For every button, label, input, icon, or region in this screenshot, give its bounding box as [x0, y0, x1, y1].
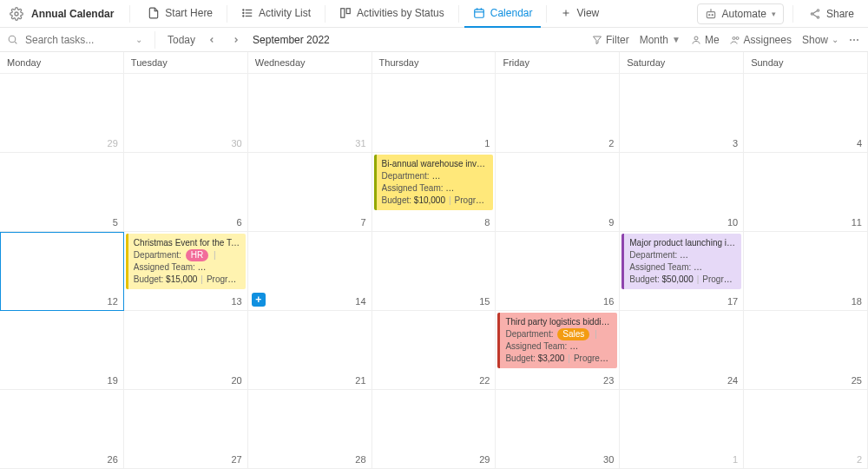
tab-start-here[interactable]: Start Here	[139, 0, 221, 28]
calendar-cell[interactable]: 28	[248, 390, 372, 469]
calendar-cell[interactable]: 1	[372, 74, 496, 153]
assignees-filter[interactable]: Assignees	[730, 34, 792, 46]
day-number: 31	[355, 138, 365, 149]
calendar-cell[interactable]: 4	[744, 74, 868, 153]
search-expand-icon[interactable]: ⌄	[135, 35, 142, 44]
view-mode-select[interactable]: Month ▼	[640, 34, 681, 46]
day-number: 30	[603, 454, 614, 465]
event-budget-label: Budget:	[505, 353, 535, 363]
tab-activities-by-status[interactable]: Activities by Status	[331, 0, 453, 28]
calendar-cell[interactable]: 20	[124, 311, 248, 390]
event-budget-label: Budget:	[134, 274, 163, 284]
app-settings-icon[interactable]	[7, 4, 26, 23]
calendar-cell[interactable]: 30	[124, 74, 248, 153]
calendar-cell[interactable]: 27	[124, 390, 248, 469]
tab-activity-list[interactable]: Activity List	[233, 0, 319, 28]
more-menu[interactable]: ⋯	[849, 34, 861, 46]
calendar-cell[interactable]: 26	[0, 390, 124, 469]
calendar-cell[interactable]: 22	[372, 311, 496, 390]
plus-icon	[561, 8, 571, 18]
calendar-cell[interactable]: 11	[744, 153, 868, 232]
event-title: Christmas Event for the Team Members	[134, 237, 240, 249]
calendar-cell[interactable]: Bi-annual warehouse inventory for spare …	[372, 153, 496, 232]
day-number: 14	[355, 296, 365, 307]
filter-button[interactable]: Filter	[592, 34, 629, 46]
today-button[interactable]: Today	[168, 34, 195, 46]
calendar-event[interactable]: Major product launching in New York City…	[621, 234, 741, 289]
next-month-button[interactable]	[228, 34, 244, 46]
event-team-label: Assigned Team:	[505, 341, 567, 351]
calendar-cell[interactable]: 7	[248, 153, 372, 232]
calendar-cell[interactable]: 29	[372, 390, 496, 469]
calendar-cell[interactable]: 5	[0, 153, 124, 232]
day-number: 16	[603, 296, 614, 307]
show-options[interactable]: Show ⌄	[802, 34, 838, 46]
calendar-cell[interactable]: 3	[620, 74, 744, 153]
calendar-cell[interactable]: 18	[744, 232, 868, 311]
event-budget-label: Budget:	[382, 195, 411, 205]
page-icon	[148, 7, 160, 19]
calendar-cell[interactable]: 25	[744, 311, 868, 390]
svg-point-17	[712, 14, 713, 15]
prev-month-button[interactable]	[204, 34, 220, 46]
me-filter[interactable]: Me	[691, 34, 720, 46]
day-header-row: MondayTuesdayWednesdayThursdayFridaySatu…	[0, 52, 868, 74]
share-button[interactable]: Share	[802, 4, 861, 23]
event-budget-label: Budget:	[629, 274, 659, 284]
tab-label: Calendar	[490, 7, 533, 19]
calendar-cell[interactable]: 29	[0, 74, 124, 153]
tab-view[interactable]: View	[552, 0, 608, 28]
event-progress-label: Progress:	[455, 195, 489, 205]
day-header-cell: Sunday	[744, 52, 868, 74]
add-event-button[interactable]: +	[252, 293, 266, 307]
calendar-cell[interactable]: Christmas Event for the Team MembersDepa…	[124, 232, 248, 311]
automate-button[interactable]: Automate ▾	[697, 3, 784, 24]
day-header-cell: Tuesday	[124, 52, 248, 74]
calendar-event[interactable]: Bi-annual warehouse inventory for spare …	[374, 155, 494, 210]
team-chip: Team Alpha	[695, 261, 736, 274]
calendar-cell[interactable]: Major product launching in New York City…	[620, 232, 744, 311]
event-budget: $15,000	[166, 274, 197, 284]
search-input[interactable]	[23, 33, 110, 47]
calendar-cell[interactable]: 2	[744, 390, 868, 469]
calendar-cell[interactable]: 6	[124, 153, 248, 232]
robot-icon	[705, 8, 717, 20]
chevron-down-icon: ▾	[772, 10, 776, 18]
calendar-event[interactable]: Christmas Event for the Team MembersDepa…	[126, 234, 246, 289]
calendar-cell[interactable]: +14	[248, 232, 372, 311]
calendar-cell[interactable]: Third party logistics bidding activityDe…	[496, 311, 620, 390]
day-number: 5	[113, 217, 118, 228]
calendar-cell[interactable]: 24	[620, 311, 744, 390]
tab-label: View	[576, 7, 599, 19]
calendar-cell[interactable]: 12	[0, 232, 124, 311]
calendar-cell[interactable]: 15	[372, 232, 496, 311]
event-team-label: Assigned Team:	[382, 183, 444, 193]
day-number: 2	[608, 138, 614, 149]
dept-chip: Operations	[433, 170, 486, 182]
separator	[129, 5, 130, 23]
day-number: 29	[108, 138, 118, 149]
calendar-cell[interactable]: 2	[496, 74, 620, 153]
day-number: 4	[857, 138, 862, 149]
calendar-cell[interactable]: 10	[620, 153, 744, 232]
day-number: 29	[479, 454, 490, 465]
calendar-cell[interactable]: 1	[620, 390, 744, 469]
dept-chip: Sales	[557, 328, 589, 340]
day-number: 13	[231, 296, 241, 307]
tab-label: Activities by Status	[357, 7, 444, 19]
svg-point-18	[817, 9, 819, 10]
calendar-cell[interactable]: 30	[496, 390, 620, 469]
calendar-cell[interactable]: 9	[496, 153, 620, 232]
calendar-cell[interactable]: 31	[248, 74, 372, 153]
dept-chip: Marketing	[681, 249, 730, 261]
day-number: 20	[231, 375, 241, 386]
calendar-cell[interactable]: 19	[0, 311, 124, 390]
assignees-label: Assignees	[744, 34, 792, 46]
calendar-event[interactable]: Third party logistics bidding activityDe…	[497, 313, 617, 368]
search-icon	[7, 34, 18, 45]
day-number: 1	[733, 454, 738, 465]
calendar-cell[interactable]: 16	[496, 232, 620, 311]
tab-calendar[interactable]: Calendar	[464, 0, 542, 28]
search-wrap	[7, 33, 128, 47]
calendar-cell[interactable]: 21	[248, 311, 372, 390]
